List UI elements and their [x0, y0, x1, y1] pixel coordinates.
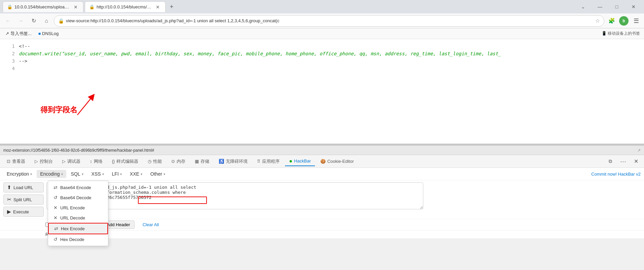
- source-line-1: 1 <!--: [7, 42, 637, 50]
- hackbar-menu: Encryption ▾ Encoding ▾ SQL ▾ XSS ▾ LFI …: [0, 168, 644, 180]
- menu-icon: ☰: [634, 17, 638, 25]
- other-chevron-icon: ▾: [164, 172, 165, 176]
- back-button[interactable]: ←: [3, 16, 13, 26]
- bookmarks-right[interactable]: 📱 移动设备上的书签: [602, 31, 640, 36]
- dnslog-bookmark[interactable]: ■ DNSLog: [37, 30, 60, 37]
- tab-close-2[interactable]: ✕: [154, 4, 161, 10]
- close-button[interactable]: ✕: [626, 0, 641, 13]
- line-content-1: <!--: [19, 42, 30, 50]
- hex-encode-icon: ⇄: [54, 226, 58, 231]
- avatar[interactable]: b: [619, 16, 629, 26]
- hackbar-other-menu[interactable]: Other ▾: [147, 170, 169, 178]
- forward-button[interactable]: →: [15, 16, 26, 26]
- dnslog-icon: ■: [38, 31, 41, 36]
- hackbar-encryption-menu[interactable]: Encryption ▾: [3, 170, 35, 178]
- devtools-tab-hackbar[interactable]: ● HackBar: [285, 157, 315, 166]
- devtools-tab-inspector[interactable]: ⊡ 查看器: [3, 157, 29, 166]
- inspector-icon: ⊡: [7, 159, 10, 164]
- xxe-chevron-icon: ▾: [141, 172, 142, 176]
- minimize-button[interactable]: —: [592, 0, 608, 13]
- devtools-more-button[interactable]: ⋯: [618, 156, 629, 167]
- hackbar-encoding-menu[interactable]: Encoding ▾: [37, 170, 66, 178]
- tab-close-1[interactable]: ✕: [72, 4, 79, 10]
- hackbar-lfi-menu[interactable]: LFI ▾: [109, 170, 125, 178]
- dropdown-base64-decode[interactable]: ↺ Base64 Decode: [48, 192, 108, 203]
- dropdown-url-encode[interactable]: ✕ URL Encode: [48, 203, 108, 213]
- encoding-chevron-icon: ▾: [61, 172, 63, 176]
- url-text: view-source:http://10.0.0.154/bluecms/up…: [66, 18, 593, 23]
- url-encode-icon: ✕: [53, 205, 58, 210]
- dropdown-base64-encode[interactable]: ⇄ Base64 Encode: [48, 182, 108, 192]
- split-url-button[interactable]: ✂ Split URL: [3, 194, 44, 205]
- devtools-tab-performance[interactable]: ◷ 性能: [144, 157, 166, 166]
- hackbar-xxe-menu[interactable]: XXE ▾: [127, 170, 146, 178]
- inspector-label: 查看器: [12, 158, 25, 164]
- devtools-tab-style-editor[interactable]: {} 样式编辑器: [108, 157, 143, 166]
- debugger-icon: ▷: [62, 159, 66, 164]
- devtools-tab-debugger[interactable]: ▷ 调试器: [58, 157, 84, 166]
- red-arrow-icon: [74, 91, 101, 118]
- devtools-url-bar: moz-extension://10f54856-1f60-463d-92c6-…: [0, 146, 644, 155]
- add-tab-button[interactable]: +: [167, 2, 176, 11]
- import-bookmarks[interactable]: ↗ 导入书签...: [4, 30, 33, 37]
- sql-chevron-icon: ▾: [82, 172, 83, 176]
- execute-icon: ▶: [7, 209, 11, 215]
- clear-all-button[interactable]: Clear All: [139, 221, 163, 229]
- devtools-tab-right: ⧉ ⋯ ✕: [605, 156, 641, 167]
- menu-button[interactable]: ☰: [631, 16, 641, 26]
- base64-decode-label: Base64 Decode: [60, 195, 92, 200]
- sql-label: SQL: [71, 171, 80, 177]
- devtools-tab-accessibility[interactable]: ♿ 无障碍环境: [215, 157, 252, 166]
- xss-label: XSS: [92, 171, 101, 177]
- devtools-tab-console[interactable]: ▷ 控制台: [31, 157, 57, 166]
- source-line-4: 4: [7, 65, 637, 72]
- hackbar-sql-menu[interactable]: SQL ▾: [68, 170, 87, 178]
- devtools-dock-button[interactable]: ⧉: [605, 156, 616, 167]
- devtools-tab-storage[interactable]: ▦ 存储: [191, 157, 213, 166]
- source-view: 1 <!-- 2 document.write("user_id, user_n…: [0, 39, 644, 144]
- accessibility-label: 无障碍环境: [226, 158, 248, 164]
- tab-list-button[interactable]: ⌄: [575, 0, 591, 13]
- devtools-close-button[interactable]: ✕: [631, 156, 641, 167]
- extensions-icon: 🧩: [608, 18, 615, 24]
- dropdown-url-decode[interactable]: ✕ URL Decode: [48, 213, 108, 223]
- textarea-wrapper: .154/bluecms/uploads/ad_js.php?ad_id=-1 …: [46, 182, 641, 211]
- title-bar: 🔒 10.0.0.154/bluecms/uploads/ad_... ✕ 🔒 …: [0, 0, 644, 13]
- dnslog-label: DNSLog: [42, 31, 59, 36]
- tab-icon-2: 🔒: [89, 4, 95, 9]
- base64-encode-icon: ⇄: [53, 185, 58, 190]
- encryption-chevron-icon: ▾: [30, 172, 32, 176]
- hackbar-xss-menu[interactable]: XSS ▾: [88, 170, 107, 178]
- load-url-button[interactable]: ⬆ Load URL: [3, 182, 44, 192]
- devtools-resize-icon[interactable]: ↗: [637, 148, 641, 153]
- tab-2[interactable]: 🔒 http://10.0.0.154/bluecms/uploa... ✕: [85, 1, 166, 12]
- svg-line-0: [77, 96, 93, 115]
- application-label: 应用程序: [262, 158, 280, 164]
- line-content-3: -->: [19, 57, 27, 65]
- performance-icon: ◷: [148, 159, 151, 164]
- devtools-tab-memory[interactable]: ⊙ 内存: [167, 157, 189, 166]
- bookmark-star-icon[interactable]: ☆: [595, 18, 600, 24]
- extensions-button[interactable]: 🧩: [606, 16, 617, 26]
- hex-decode-icon: ↺: [53, 237, 58, 242]
- lock-icon: 🔒: [58, 18, 64, 24]
- application-icon: ⠿: [257, 159, 260, 164]
- split-url-icon: ✂: [7, 197, 11, 203]
- maximize-button[interactable]: □: [609, 0, 624, 13]
- execute-button[interactable]: ▶ Execute: [3, 207, 44, 217]
- line-content-2: document.write("user_id, user_name, pwd,…: [19, 50, 501, 57]
- dropdown-hex-encode[interactable]: ⇄ Hex Encode: [48, 223, 108, 234]
- network-icon: ↕: [90, 159, 92, 164]
- devtools-tab-application[interactable]: ⠿ 应用程序: [253, 157, 284, 166]
- tab-1[interactable]: 🔒 10.0.0.154/bluecms/uploads/ad_... ✕: [3, 1, 83, 12]
- devtools-tab-cookie-editor[interactable]: 🍪 Cookie-Editor: [316, 157, 358, 165]
- storage-icon: ▦: [195, 159, 199, 164]
- execute-label: Execute: [13, 209, 29, 214]
- url-bar[interactable]: 🔒 view-source:http://10.0.0.154/bluecms/…: [54, 15, 604, 27]
- home-button[interactable]: ⌂: [41, 16, 52, 26]
- dropdown-hex-decode[interactable]: ↺ Hex Decode: [48, 234, 108, 244]
- tab-icon-1: 🔒: [7, 4, 12, 9]
- refresh-button[interactable]: ↻: [28, 16, 39, 26]
- devtools-tab-network[interactable]: ↕ 网络: [86, 157, 107, 166]
- line-number-3: 3: [7, 57, 15, 65]
